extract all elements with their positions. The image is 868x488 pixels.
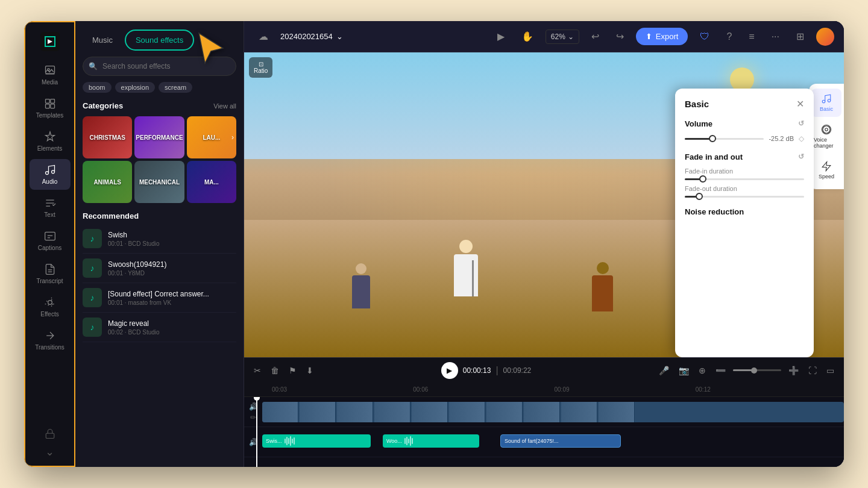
tl-camera-icon[interactable]: 📷	[676, 363, 691, 378]
category-launch[interactable]: LAU... ›	[187, 116, 236, 158]
tl-plus-zoom-icon[interactable]: ➕	[786, 363, 801, 378]
category-magic[interactable]: MA...	[187, 161, 236, 203]
category-animals[interactable]: ANIMALS	[83, 161, 132, 203]
tl-download-icon[interactable]: ⬇	[304, 363, 316, 378]
view-all-button[interactable]: View all	[213, 102, 236, 110]
video-thumb-8	[561, 402, 597, 422]
sidebar-item-audio[interactable]: Audio	[30, 159, 71, 190]
tab-sound-effects[interactable]: Sound effects	[125, 30, 194, 51]
tl-trim-icon[interactable]: ✂	[251, 363, 263, 378]
categories-header: Categories View all	[75, 98, 244, 114]
tl-subtitles-icon[interactable]: ▭	[824, 363, 837, 378]
expand-icon[interactable]: ⌄	[45, 445, 54, 458]
sound-item-3[interactable]: ♪ Magic reveal 00:02 · BCD Studio	[83, 313, 236, 342]
sound-list: ♪ Swish 00:01 · BCD Studio ♪ Swoosh(1094…	[75, 224, 244, 467]
fade-reset-icon[interactable]: ↺	[798, 152, 804, 161]
sidebar-item-text[interactable]: Text	[30, 192, 71, 223]
svg-rect-9	[45, 232, 55, 240]
ratio-button[interactable]: ⊡ Ratio	[249, 57, 272, 78]
layout-icon[interactable]: ⊞	[791, 28, 809, 45]
fade-in-track[interactable]	[685, 178, 804, 180]
redo-icon[interactable]: ↪	[611, 28, 629, 45]
sidebar-item-transitions[interactable]: Transitions	[30, 325, 71, 355]
lock-icon[interactable]	[45, 428, 55, 442]
sound-clip-2[interactable]: Sound of fart(24075!...	[500, 434, 621, 448]
sidebar-item-media[interactable]: Media	[30, 60, 71, 90]
volume-value: -25.2 dB	[769, 135, 794, 142]
tab-music[interactable]: Music	[83, 30, 122, 51]
sound-meta-3: 00:02 · BCD Studio	[108, 329, 236, 336]
close-panel-button[interactable]: ✕	[796, 98, 804, 110]
more-icon[interactable]: ···	[767, 29, 784, 45]
volume-header: Volume ↺	[685, 119, 804, 128]
wave-2	[288, 438, 289, 444]
basic-panel: Basic ✕ Volume ↺ -25.2 dB ◇	[675, 89, 814, 357]
tl-mic-icon[interactable]: 🎤	[656, 363, 671, 378]
help-icon[interactable]: ?	[722, 29, 737, 45]
undo-icon[interactable]: ↩	[587, 28, 604, 45]
fade-out-thumb[interactable]	[696, 193, 703, 200]
category-mechanical[interactable]: MECHANICAL	[134, 161, 184, 203]
tl-split-icon[interactable]: ⊕	[696, 363, 708, 378]
tl-play-button[interactable]: ▶	[441, 362, 458, 379]
right-panel-basic[interactable]: Basic	[811, 89, 841, 117]
avatar[interactable]	[816, 28, 834, 46]
timeline-controls: ✂ 🗑 ⚑ ⬇ ▶ 00:00:13 | 00:09:22 🎤 📷 ⊕ ➖ ➕ …	[244, 357, 844, 383]
export-button[interactable]: ⬆ Export	[636, 28, 688, 45]
sidebar-item-effects[interactable]: Effects	[30, 292, 71, 322]
sound-item-2[interactable]: ♪ [Sound effect] Correct answer... 00:01…	[83, 283, 236, 313]
project-name[interactable]: 202402021654 ⌄	[280, 32, 343, 41]
tag-explosion[interactable]: explosion	[115, 82, 155, 93]
layers-icon[interactable]: ≡	[744, 29, 759, 45]
timeline: 00:03 00:06 00:09 00:12 🔊 ✏	[244, 383, 844, 467]
right-panel-speed[interactable]: Speed	[811, 156, 841, 184]
tag-scream[interactable]: scream	[159, 82, 192, 93]
tl-expand-icon[interactable]: ⛶	[806, 363, 819, 378]
sidebar-item-templates[interactable]: Templates	[30, 93, 71, 124]
speed-label: Speed	[819, 174, 834, 180]
right-panel-voice-changer[interactable]: Voice changer	[811, 119, 841, 154]
search-input[interactable]	[83, 57, 236, 76]
sidebar-item-elements[interactable]: Elements	[30, 126, 71, 157]
video-thumb-9	[599, 402, 635, 422]
wave-9	[410, 436, 411, 446]
video-track-bar[interactable]	[262, 402, 844, 422]
edit-track-icon[interactable]: ✏	[250, 413, 256, 422]
zoom-control[interactable]: 62% ⌄	[546, 30, 579, 44]
sound-item-0[interactable]: ♪ Swish 00:01 · BCD Studio	[83, 224, 236, 254]
volume-track[interactable]	[685, 138, 764, 140]
tag-boom[interactable]: boom	[83, 82, 112, 93]
cloud-icon[interactable]: ☁	[254, 28, 273, 45]
svg-rect-3	[45, 99, 49, 104]
tl-zoom-slider[interactable]	[733, 369, 781, 371]
shield-icon[interactable]: 🛡	[695, 29, 714, 45]
left-sidebar: Media Templates Elements Audio Text Capt…	[24, 21, 75, 467]
tl-minus-zoom-icon[interactable]: ➖	[713, 363, 728, 378]
mic-stand	[472, 260, 474, 296]
svg-rect-1	[45, 66, 54, 74]
category-christmas[interactable]: CHRISTMAS	[83, 116, 132, 158]
sidebar-item-captions[interactable]: Captions	[30, 225, 71, 256]
volume-thumb[interactable]	[709, 135, 716, 142]
tl-delete-icon[interactable]: 🗑	[268, 363, 281, 378]
video-thumb-0	[262, 402, 298, 422]
sound-clip-0[interactable]: Swis...	[262, 434, 371, 448]
svg-rect-6	[50, 104, 54, 108]
fade-out-track[interactable]	[685, 196, 804, 198]
volume-reset-icon[interactable]: ↺	[798, 119, 804, 128]
sound-info-0: Swish 00:01 · BCD Studio	[108, 231, 236, 247]
hand-icon[interactable]: ✋	[517, 28, 538, 45]
sidebar-item-transcript[interactable]: Transcript	[30, 258, 71, 289]
sound-name-1: Swoosh(1094921)	[108, 260, 236, 269]
fade-in-thumb[interactable]	[699, 175, 706, 183]
sound-clip-1[interactable]: Woo...	[383, 434, 479, 448]
tl-flag-icon[interactable]: ⚑	[286, 363, 299, 378]
play-icon[interactable]: ▶	[492, 28, 509, 45]
fade-out-label: Fade-out duration	[685, 185, 804, 192]
playhead[interactable]	[256, 397, 257, 467]
category-performance[interactable]: PERFORMANCE	[134, 116, 184, 158]
wave-7	[406, 437, 407, 445]
tag-list: boom explosion scream	[75, 82, 244, 98]
search-box: 🔍	[83, 57, 236, 76]
sound-item-1[interactable]: ♪ Swoosh(1094921) 00:01 · Y8MD	[83, 254, 236, 283]
